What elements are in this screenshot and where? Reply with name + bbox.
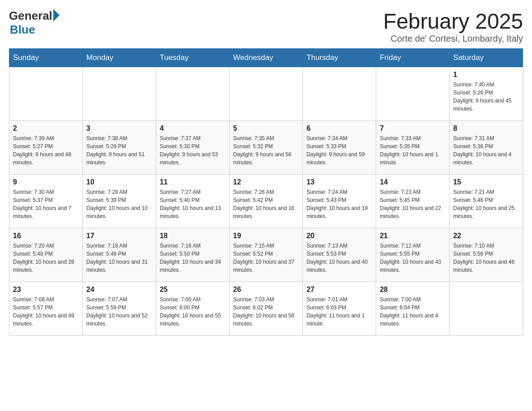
calendar-cell: 10Sunrise: 7:28 AMSunset: 5:39 PMDayligh… [82, 175, 156, 228]
calendar-cell: 3Sunrise: 7:38 AMSunset: 5:29 PMDaylight… [82, 121, 156, 175]
day-number: 15 [453, 178, 519, 186]
calendar-cell: 14Sunrise: 7:23 AMSunset: 5:45 PMDayligh… [376, 175, 450, 228]
weekday-header-row: Sunday Monday Tuesday Wednesday Thursday… [9, 49, 523, 67]
calendar-cell: 2Sunrise: 7:39 AMSunset: 5:27 PMDaylight… [9, 121, 83, 175]
day-info: Sunrise: 7:08 AMSunset: 5:57 PMDaylight:… [13, 295, 79, 328]
day-number: 12 [233, 178, 299, 186]
day-number: 3 [86, 124, 152, 133]
header-wednesday: Wednesday [229, 49, 303, 67]
header-saturday: Saturday [450, 49, 523, 67]
day-info: Sunrise: 7:33 AMSunset: 5:35 PMDaylight:… [380, 134, 446, 167]
calendar-cell: 28Sunrise: 7:00 AMSunset: 6:04 PMDayligh… [376, 282, 450, 336]
calendar-cell: 15Sunrise: 7:21 AMSunset: 5:46 PMDayligh… [450, 175, 523, 228]
day-number: 28 [380, 286, 446, 294]
day-info: Sunrise: 7:03 AMSunset: 6:02 PMDaylight:… [233, 295, 299, 328]
day-info: Sunrise: 7:16 AMSunset: 5:50 PMDaylight:… [160, 242, 226, 274]
day-number: 18 [160, 232, 226, 240]
logo-blue-text: Blue [10, 23, 35, 37]
calendar-cell: 11Sunrise: 7:27 AMSunset: 5:40 PMDayligh… [156, 175, 229, 228]
day-info: Sunrise: 7:31 AMSunset: 5:36 PMDaylight:… [453, 134, 519, 167]
calendar-cell: 23Sunrise: 7:08 AMSunset: 5:57 PMDayligh… [9, 282, 83, 336]
calendar-cell [82, 67, 156, 121]
day-number: 23 [13, 286, 79, 294]
day-info: Sunrise: 7:05 AMSunset: 6:00 PMDaylight:… [160, 295, 226, 328]
day-number: 5 [233, 124, 299, 133]
day-info: Sunrise: 7:10 AMSunset: 5:56 PMDaylight:… [453, 242, 519, 274]
calendar-cell: 25Sunrise: 7:05 AMSunset: 6:00 PMDayligh… [156, 282, 229, 336]
day-number: 13 [306, 178, 372, 186]
calendar-cell: 26Sunrise: 7:03 AMSunset: 6:02 PMDayligh… [229, 282, 303, 336]
day-number: 20 [306, 232, 372, 240]
day-info: Sunrise: 7:27 AMSunset: 5:40 PMDaylight:… [160, 188, 226, 220]
day-number: 27 [306, 286, 372, 294]
calendar-cell: 22Sunrise: 7:10 AMSunset: 5:56 PMDayligh… [450, 228, 523, 282]
day-number: 16 [13, 232, 79, 240]
calendar-row: 9Sunrise: 7:30 AMSunset: 5:37 PMDaylight… [9, 175, 523, 228]
calendar-cell: 5Sunrise: 7:35 AMSunset: 5:32 PMDaylight… [229, 121, 303, 175]
header-sunday: Sunday [9, 49, 83, 67]
day-info: Sunrise: 7:21 AMSunset: 5:46 PMDaylight:… [453, 188, 519, 220]
month-title: February 2025 [383, 9, 523, 34]
logo-arrow-icon [53, 9, 60, 21]
day-number: 6 [306, 124, 372, 133]
logo: General Blue [9, 9, 60, 37]
day-info: Sunrise: 7:34 AMSunset: 5:33 PMDaylight:… [306, 134, 372, 167]
day-info: Sunrise: 7:07 AMSunset: 5:59 PMDaylight:… [86, 295, 152, 328]
location-text: Corte de' Cortesi, Lombardy, Italy [383, 34, 523, 44]
calendar-cell: 4Sunrise: 7:37 AMSunset: 5:30 PMDaylight… [156, 121, 229, 175]
calendar-row: 2Sunrise: 7:39 AMSunset: 5:27 PMDaylight… [9, 121, 523, 175]
title-section: February 2025 Corte de' Cortesi, Lombard… [383, 9, 523, 44]
calendar-cell: 18Sunrise: 7:16 AMSunset: 5:50 PMDayligh… [156, 228, 229, 282]
day-info: Sunrise: 7:28 AMSunset: 5:39 PMDaylight:… [86, 188, 152, 220]
calendar-cell [156, 67, 229, 121]
calendar-row: 1Sunrise: 7:40 AMSunset: 5:26 PMDaylight… [9, 67, 523, 121]
day-number: 11 [160, 178, 226, 186]
header-monday: Monday [82, 49, 156, 67]
header-tuesday: Tuesday [156, 49, 229, 67]
day-number: 14 [380, 178, 446, 186]
day-number: 1 [453, 71, 519, 79]
day-info: Sunrise: 7:23 AMSunset: 5:45 PMDaylight:… [380, 188, 446, 220]
day-info: Sunrise: 7:30 AMSunset: 5:37 PMDaylight:… [13, 188, 79, 220]
day-number: 21 [380, 232, 446, 240]
day-number: 10 [86, 178, 152, 186]
calendar-cell [9, 67, 83, 121]
calendar-cell: 8Sunrise: 7:31 AMSunset: 5:36 PMDaylight… [450, 121, 523, 175]
calendar-cell [303, 67, 376, 121]
day-info: Sunrise: 7:38 AMSunset: 5:29 PMDaylight:… [86, 134, 152, 167]
calendar-cell: 24Sunrise: 7:07 AMSunset: 5:59 PMDayligh… [82, 282, 156, 336]
day-number: 17 [86, 232, 152, 240]
day-info: Sunrise: 7:01 AMSunset: 6:03 PMDaylight:… [306, 295, 372, 328]
calendar-cell: 6Sunrise: 7:34 AMSunset: 5:33 PMDaylight… [303, 121, 376, 175]
calendar-cell [450, 282, 523, 336]
logo-general-text: General [9, 9, 52, 23]
day-info: Sunrise: 7:24 AMSunset: 5:43 PMDaylight:… [306, 188, 372, 220]
day-number: 19 [233, 232, 299, 240]
calendar-cell: 21Sunrise: 7:12 AMSunset: 5:55 PMDayligh… [376, 228, 450, 282]
calendar-cell: 19Sunrise: 7:15 AMSunset: 5:52 PMDayligh… [229, 228, 303, 282]
day-number: 7 [380, 124, 446, 133]
calendar-cell [376, 67, 450, 121]
day-number: 22 [453, 232, 519, 240]
day-info: Sunrise: 7:20 AMSunset: 5:48 PMDaylight:… [13, 242, 79, 274]
day-number: 2 [13, 124, 79, 133]
calendar-cell: 7Sunrise: 7:33 AMSunset: 5:35 PMDaylight… [376, 121, 450, 175]
day-info: Sunrise: 7:00 AMSunset: 6:04 PMDaylight:… [380, 295, 446, 328]
day-number: 9 [13, 178, 79, 186]
day-info: Sunrise: 7:12 AMSunset: 5:55 PMDaylight:… [380, 242, 446, 274]
day-number: 8 [453, 124, 519, 133]
calendar-cell: 16Sunrise: 7:20 AMSunset: 5:48 PMDayligh… [9, 228, 83, 282]
calendar-row: 23Sunrise: 7:08 AMSunset: 5:57 PMDayligh… [9, 282, 523, 336]
calendar-row: 16Sunrise: 7:20 AMSunset: 5:48 PMDayligh… [9, 228, 523, 282]
day-info: Sunrise: 7:39 AMSunset: 5:27 PMDaylight:… [13, 134, 79, 167]
day-info: Sunrise: 7:18 AMSunset: 5:49 PMDaylight:… [86, 242, 152, 274]
calendar-table: Sunday Monday Tuesday Wednesday Thursday… [9, 48, 523, 336]
calendar-cell: 17Sunrise: 7:18 AMSunset: 5:49 PMDayligh… [82, 228, 156, 282]
calendar-cell: 12Sunrise: 7:26 AMSunset: 5:42 PMDayligh… [229, 175, 303, 228]
day-info: Sunrise: 7:26 AMSunset: 5:42 PMDaylight:… [233, 188, 299, 220]
calendar-cell: 20Sunrise: 7:13 AMSunset: 5:53 PMDayligh… [303, 228, 376, 282]
day-info: Sunrise: 7:15 AMSunset: 5:52 PMDaylight:… [233, 242, 299, 274]
calendar-cell: 1Sunrise: 7:40 AMSunset: 5:26 PMDaylight… [450, 67, 523, 121]
day-number: 26 [233, 286, 299, 294]
day-number: 4 [160, 124, 226, 133]
